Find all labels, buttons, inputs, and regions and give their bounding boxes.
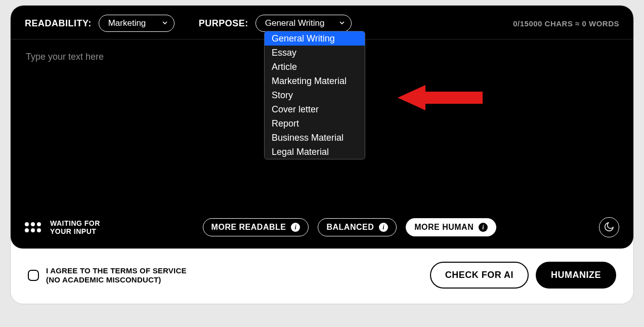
purpose-option[interactable]: Story [265, 88, 365, 102]
terms-line-2: (NO ACADEMIC MISCONDUCT) [46, 275, 187, 284]
footer: I AGREE TO THE TERMS OF SERVICE (NO ACAD… [11, 249, 633, 304]
check-for-ai-button[interactable]: CHECK FOR AI [430, 262, 529, 289]
theme-toggle-button[interactable] [599, 217, 619, 237]
char-counter: 0/15000 CHARS ≈ 0 WORDS [513, 19, 619, 28]
terms-text: I AGREE TO THE TERMS OF SERVICE (NO ACAD… [46, 266, 187, 284]
info-icon: i [479, 223, 488, 232]
mode-label: MORE READABLE [211, 223, 286, 232]
moon-icon [604, 221, 615, 234]
mode-label: MORE HUMAN [414, 223, 474, 232]
purpose-option[interactable]: Article [265, 60, 365, 74]
status-text: WAITING FOR YOUR INPUT [50, 219, 100, 235]
purpose-option[interactable]: Report [265, 116, 365, 131]
purpose-option[interactable]: Cover letter [265, 102, 365, 116]
status-line-1: WAITING FOR [50, 219, 100, 227]
mode-label: BALANCED [326, 223, 374, 232]
chevron-down-icon [339, 18, 345, 28]
bottom-row: WAITING FOR YOUR INPUT MORE READABLE i B… [11, 209, 633, 249]
purpose-group: PURPOSE: General Writing [199, 15, 352, 32]
purpose-option[interactable]: Marketing Material [265, 74, 365, 88]
info-icon: i [291, 223, 300, 232]
status-line-2: YOUR INPUT [50, 227, 100, 235]
text-placeholder: Type your text here [26, 52, 104, 62]
mode-more-readable[interactable]: MORE READABLE i [203, 218, 309, 236]
readability-select[interactable]: Marketing [99, 15, 175, 32]
purpose-label: PURPOSE: [199, 18, 248, 29]
purpose-select[interactable]: General Writing [255, 15, 352, 32]
mode-more-human[interactable]: MORE HUMAN i [406, 218, 496, 236]
readability-label: READABILITY: [25, 18, 92, 29]
terms-checkbox[interactable] [28, 270, 39, 281]
status-dots-icon [25, 222, 41, 232]
info-icon: i [379, 223, 388, 232]
editor-panel: READABILITY: Marketing PURPOSE: General … [11, 6, 633, 249]
purpose-option[interactable]: Business Material [265, 131, 365, 145]
terms-line-1: I AGREE TO THE TERMS OF SERVICE [46, 266, 187, 275]
purpose-dropdown-menu: General WritingEssayArticleMarketing Mat… [264, 31, 365, 159]
humanize-button[interactable]: HUMANIZE [536, 262, 616, 289]
purpose-option[interactable]: Essay [265, 46, 365, 60]
readability-value: Marketing [108, 18, 146, 28]
purpose-option[interactable]: General Writing [265, 31, 365, 46]
mode-balanced[interactable]: BALANCED i [318, 218, 397, 236]
chevron-down-icon [162, 18, 168, 28]
purpose-option[interactable]: Legal Material [265, 145, 365, 159]
app-card: READABILITY: Marketing PURPOSE: General … [10, 5, 634, 304]
purpose-value: General Writing [265, 18, 325, 28]
